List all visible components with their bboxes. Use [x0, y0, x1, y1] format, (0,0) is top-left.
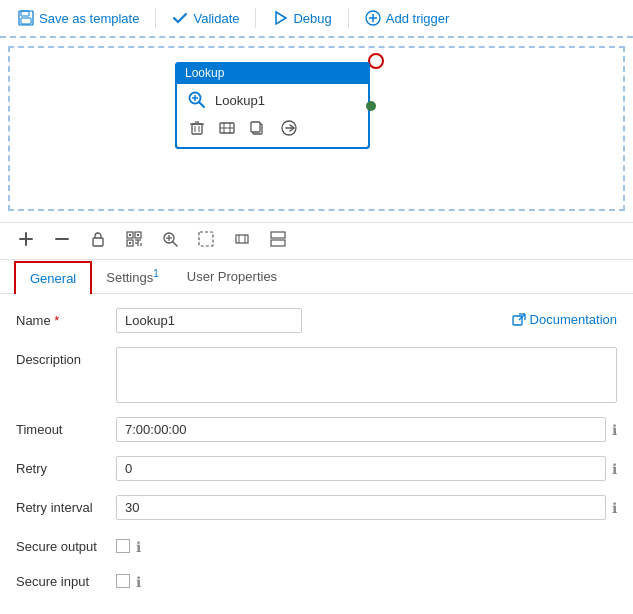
remove-node-button[interactable]: [50, 229, 74, 253]
zoom-fit-icon: [162, 231, 178, 247]
retry-interval-label-text: Retry interval: [16, 500, 93, 515]
timeout-label: Timeout: [16, 417, 116, 437]
save-template-label: Save as template: [39, 11, 139, 26]
lock-icon: [90, 231, 106, 247]
description-row: Description: [16, 347, 617, 403]
debug-icon: [272, 10, 288, 26]
documentation-button[interactable]: Documentation: [512, 308, 617, 327]
retry-row: Retry ℹ: [16, 456, 617, 481]
divider-2: [255, 8, 256, 28]
svg-marker-3: [276, 12, 286, 24]
stack-button[interactable]: [266, 229, 290, 253]
secure-output-row: Secure output ℹ: [16, 534, 617, 555]
name-row: Name * Documentation: [16, 308, 617, 333]
trash-icon: [189, 120, 205, 136]
canvas-inner: Lookup Lookup1: [8, 46, 625, 211]
svg-line-39: [173, 242, 177, 246]
name-input-wrap: [116, 308, 512, 333]
svg-rect-27: [93, 238, 103, 246]
retry-info-icon[interactable]: ℹ: [612, 456, 617, 477]
lock-button[interactable]: [86, 229, 110, 253]
lookup-node-actions: [187, 118, 358, 141]
documentation-label: Documentation: [530, 312, 617, 327]
timeout-input[interactable]: [116, 417, 606, 442]
properties-panel: Name * Documentation Description Timeout: [0, 294, 633, 614]
svg-rect-2: [21, 18, 31, 24]
validate-icon: [172, 10, 188, 26]
svg-rect-42: [199, 232, 213, 246]
secure-input-label-text: Secure input: [16, 574, 89, 589]
lookup-header-text: Lookup: [185, 66, 224, 80]
secure-input-checkbox[interactable]: [116, 574, 130, 588]
lookup-title-row: Lookup1: [187, 90, 358, 110]
tab-user-properties-label: User Properties: [187, 269, 277, 284]
lookup-node-title: Lookup1: [215, 93, 265, 108]
select-icon: [198, 231, 214, 247]
svg-rect-31: [129, 234, 131, 236]
run-arrow-icon: [279, 120, 299, 136]
secure-output-label-text: Secure output: [16, 539, 97, 554]
svg-rect-32: [137, 234, 139, 236]
debug-button[interactable]: Debug: [264, 6, 339, 30]
tab-settings[interactable]: Settings1: [92, 260, 173, 293]
name-input[interactable]: [116, 308, 302, 333]
description-label-text: Description: [16, 352, 81, 367]
name-label: Name *: [16, 308, 116, 328]
tab-user-properties[interactable]: User Properties: [173, 261, 291, 292]
resize-icon: [234, 231, 250, 247]
name-required-marker: *: [54, 313, 59, 328]
add-node-button[interactable]: [14, 229, 38, 253]
node-run-button[interactable]: [277, 118, 301, 141]
node-connection-circle[interactable]: [368, 53, 384, 69]
tab-general[interactable]: General: [14, 261, 92, 294]
retry-interval-info-icon[interactable]: ℹ: [612, 495, 617, 516]
add-trigger-button[interactable]: Add trigger: [357, 6, 458, 30]
retry-label-text: Retry: [16, 461, 47, 476]
retry-interval-label: Retry interval: [16, 495, 116, 515]
node-output-dot[interactable]: [366, 101, 376, 111]
external-link-icon: [512, 313, 526, 327]
retry-label: Retry: [16, 456, 116, 476]
svg-rect-43: [236, 235, 248, 243]
resize-button[interactable]: [230, 229, 254, 253]
add-trigger-label: Add trigger: [386, 11, 450, 26]
secure-output-info-icon[interactable]: ℹ: [136, 534, 141, 555]
lookup-node-body: Lookup1: [175, 84, 370, 149]
lookup-node[interactable]: Lookup Lookup1: [175, 62, 370, 149]
svg-rect-47: [271, 240, 285, 246]
lookup-node-header: Lookup: [175, 62, 370, 84]
secure-input-info-icon[interactable]: ℹ: [136, 569, 141, 590]
debug-label: Debug: [293, 11, 331, 26]
select-button[interactable]: [194, 229, 218, 253]
qr-button[interactable]: [122, 229, 146, 253]
settings-badge: 1: [153, 268, 159, 279]
node-copy-button[interactable]: [247, 118, 267, 141]
name-label-text: Name: [16, 313, 51, 328]
plus-icon: [18, 231, 34, 247]
timeout-row: Timeout ℹ: [16, 417, 617, 442]
node-settings-button[interactable]: [217, 118, 237, 141]
divider-1: [155, 8, 156, 28]
canvas-mini-toolbar: [0, 223, 633, 260]
tab-settings-label: Settings: [106, 270, 153, 285]
save-template-button[interactable]: Save as template: [10, 6, 147, 30]
svg-rect-1: [21, 11, 29, 16]
timeout-label-text: Timeout: [16, 422, 62, 437]
main-toolbar: Save as template Validate Debug Add trig…: [0, 0, 633, 38]
svg-rect-46: [271, 232, 285, 238]
stack-icon: [270, 231, 286, 247]
retry-interval-input[interactable]: [116, 495, 606, 520]
canvas-area[interactable]: Lookup Lookup1: [0, 38, 633, 223]
timeout-info-icon[interactable]: ℹ: [612, 417, 617, 438]
retry-input[interactable]: [116, 456, 606, 481]
description-label: Description: [16, 347, 116, 367]
node-delete-button[interactable]: [187, 118, 207, 141]
validate-button[interactable]: Validate: [164, 6, 247, 30]
svg-line-8: [200, 103, 205, 108]
lookup-search-icon: [187, 90, 207, 110]
secure-output-label: Secure output: [16, 534, 116, 554]
zoom-fit-button[interactable]: [158, 229, 182, 253]
secure-output-checkbox[interactable]: [116, 539, 130, 553]
description-textarea[interactable]: [116, 347, 617, 403]
settings-icon: [219, 120, 235, 136]
